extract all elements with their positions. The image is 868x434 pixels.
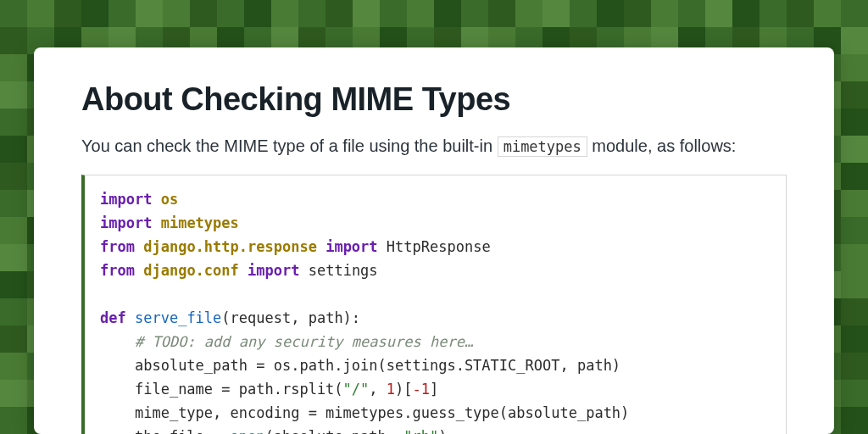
lead-text-pre: You can check the MIME type of a file us… [81, 136, 498, 155]
fn-sig: (request, path): [221, 309, 360, 326]
num-neg1: -1 [413, 381, 430, 398]
inline-code-mimetypes: mimetypes [498, 136, 587, 157]
comment-todo: # TODO: add any security measures here… [135, 333, 473, 350]
kw-import: import [326, 238, 377, 255]
import-settings: settings [299, 262, 377, 279]
line-absolute-path: absolute_path = os.path.join(settings.ST… [135, 357, 620, 374]
mod-django-conf: django.conf [143, 262, 239, 279]
kw-from: from [100, 238, 135, 255]
num-1: 1 [387, 381, 395, 398]
kw-import: import [248, 262, 299, 279]
page-title: About Checking MIME Types [81, 81, 787, 118]
fn-serve-file: serve_file [135, 309, 221, 326]
pixel-background: About Checking MIME Types You can check … [0, 0, 868, 434]
line-guess-type: mime_type, encoding = mimetypes.guess_ty… [135, 404, 629, 421]
builtin-open: open [231, 428, 265, 434]
code-block: import os import mimetypes from django.h… [81, 175, 787, 434]
kw-import: import [100, 214, 152, 231]
line-filename-a: file_name = path.rsplit( [135, 381, 343, 398]
content-card: About Checking MIME Types You can check … [34, 47, 834, 434]
str-slash: "/" [343, 381, 370, 398]
kw-def: def [100, 309, 126, 326]
kw-import: import [100, 191, 152, 208]
lead-text-post: module, as follows: [587, 136, 737, 155]
import-httpresponse: HttpResponse [378, 238, 491, 255]
kw-from: from [100, 262, 135, 279]
mod-os: os [161, 191, 178, 208]
line-open-a: the_file = [135, 428, 231, 434]
str-rb: "rb" [403, 428, 438, 434]
lead-paragraph: You can check the MIME type of a file us… [81, 136, 787, 156]
mod-mimetypes: mimetypes [161, 214, 239, 231]
mod-django-http: django.http.response [143, 238, 317, 255]
